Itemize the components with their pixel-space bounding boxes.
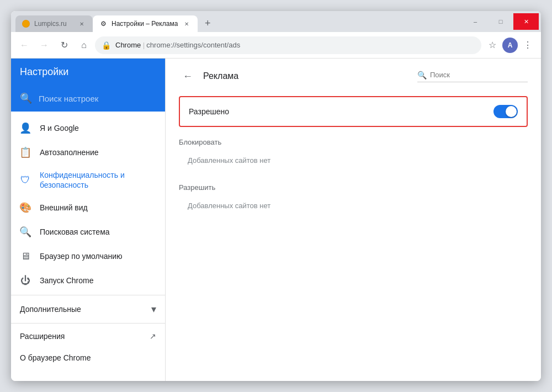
address-actions: ☆ A ⋮: [484, 36, 537, 54]
sidebar-item-search[interactable]: 🔍 Поисковая система: [11, 220, 165, 244]
clipboard-icon: 📋: [20, 147, 31, 158]
tabs-area: Lumpics.ru ✕ ⚙ Настройки – Реклама ✕ +: [11, 15, 460, 32]
sidebar-item-privacy[interactable]: 🛡 Конфиденциальность и безопасность: [11, 165, 165, 195]
ads-toggle[interactable]: [493, 105, 518, 118]
tab-settings[interactable]: ⚙ Настройки – Реклама ✕: [93, 15, 198, 32]
page-back-button[interactable]: ←: [179, 67, 197, 85]
tab-close-lumpics[interactable]: ✕: [77, 19, 86, 28]
nav-label-browser: Браузер по умолчанию: [40, 251, 156, 261]
page-content: ← Реклама 🔍 Разрешено: [166, 59, 541, 237]
window-controls: – □ ✕: [460, 13, 541, 30]
sidebar-item-extensions[interactable]: Расширения ↗: [11, 326, 165, 347]
secure-icon: 🔒: [102, 41, 111, 50]
main-panel: ← Реклама 🔍 Разрешено: [166, 59, 541, 381]
tab-favicon-settings: ⚙: [99, 20, 107, 28]
close-button[interactable]: ✕: [513, 13, 539, 30]
back-nav-button[interactable]: ←: [15, 36, 33, 54]
toggle-row: Разрешено: [180, 97, 527, 126]
sidebar-divider-1: [11, 295, 165, 295]
nav-label-extensions: Расширения: [20, 331, 141, 341]
new-tab-button[interactable]: +: [200, 15, 215, 31]
bookmark-button[interactable]: ☆: [484, 36, 501, 54]
nav-label-search: Поисковая система: [40, 227, 156, 237]
sidebar-search-bar: 🔍: [11, 85, 165, 112]
url-path: chrome://settings/content/ads: [146, 41, 240, 49]
monitor-icon: 🖥: [20, 251, 31, 262]
browser-window: Lumpics.ru ✕ ⚙ Настройки – Реклама ✕ + –…: [11, 11, 541, 381]
nav-label-google: Я и Google: [40, 123, 156, 133]
page-search-icon: 🔍: [417, 71, 427, 80]
palette-icon: 🎨: [20, 202, 31, 213]
url-bar[interactable]: 🔒 Chrome | chrome://settings/content/ads: [95, 36, 481, 54]
page-search-input[interactable]: [430, 71, 523, 79]
reload-button[interactable]: ↻: [55, 36, 73, 54]
sidebar-nav: 👤 Я и Google 📋 Автозаполнение 🛡 Конфиден…: [11, 112, 165, 381]
power-icon: ⏻: [20, 275, 31, 286]
search-icon: 🔍: [20, 92, 32, 104]
tab-favicon-lumpics: [22, 20, 30, 28]
tab-title-settings: Настройки – Реклама: [112, 20, 178, 28]
nav-label-appearance: Внешний вид: [40, 203, 156, 213]
forward-nav-button[interactable]: →: [35, 36, 53, 54]
tab-lumpics[interactable]: Lumpics.ru ✕: [15, 15, 93, 32]
sidebar-header: Настройки: [11, 59, 165, 85]
home-button[interactable]: ⌂: [75, 36, 93, 54]
tab-title-lumpics: Lumpics.ru: [34, 20, 73, 28]
sidebar-item-about[interactable]: О браузере Chrome: [11, 347, 165, 368]
address-bar: ← → ↻ ⌂ 🔒 Chrome | chrome://settings/con…: [11, 32, 541, 59]
sidebar-item-startup[interactable]: ⏻ Запуск Chrome: [11, 268, 165, 293]
tab-close-settings[interactable]: ✕: [182, 19, 191, 28]
search-input[interactable]: [39, 94, 156, 103]
toggle-row-wrapper: Разрешено: [179, 96, 528, 127]
sidebar-item-browser[interactable]: 🖥 Браузер по умолчанию: [11, 244, 165, 268]
sidebar-item-appearance[interactable]: 🎨 Внешний вид: [11, 195, 165, 220]
block-section-empty: Добавленных сайтов нет: [179, 151, 528, 170]
sidebar-title: Настройки: [20, 66, 68, 78]
page-title: Реклама: [203, 71, 411, 81]
title-bar: Lumpics.ru ✕ ⚙ Настройки – Реклама ✕ + –…: [11, 11, 541, 32]
toggle-label: Разрешено: [189, 107, 229, 116]
sidebar-divider-2: [11, 323, 165, 324]
chrome-label: Chrome: [115, 41, 141, 49]
nav-label-startup: Запуск Chrome: [40, 276, 156, 285]
profile-button[interactable]: A: [502, 38, 518, 53]
menu-button[interactable]: ⋮: [519, 36, 537, 54]
toggle-knob: [506, 106, 517, 117]
shield-icon: 🛡: [20, 174, 31, 186]
allow-section-title: Разрешить: [179, 183, 528, 192]
block-section: Блокировать Добавленных сайтов нет: [179, 138, 528, 170]
sidebar-item-google[interactable]: 👤 Я и Google: [11, 116, 165, 140]
allow-section-empty: Добавленных сайтов нет: [179, 196, 528, 215]
sidebar: Настройки 🔍 👤 Я и Google 📋 Автозаполнени…: [11, 59, 166, 381]
person-icon: 👤: [20, 123, 31, 134]
minimize-button[interactable]: –: [463, 13, 488, 30]
search-icon: 🔍: [20, 226, 31, 237]
chevron-down-icon: ▾: [151, 303, 156, 315]
page-search-field[interactable]: 🔍: [417, 71, 528, 82]
nav-label-advanced: Дополнительные: [20, 304, 142, 314]
content-area: Настройки 🔍 👤 Я и Google 📋 Автозаполнени…: [11, 59, 541, 381]
maximize-button[interactable]: □: [488, 13, 513, 30]
nav-label-privacy: Конфиденциальность и безопасность: [40, 170, 156, 190]
sidebar-item-advanced[interactable]: Дополнительные ▾: [11, 298, 165, 321]
browser-label: Chrome | chrome://settings/content/ads: [115, 41, 475, 49]
page-header: ← Реклама 🔍: [179, 67, 528, 85]
sidebar-item-autofill[interactable]: 📋 Автозаполнение: [11, 140, 165, 165]
nav-label-autofill: Автозаполнение: [40, 147, 156, 157]
nav-label-about: О браузере Chrome: [20, 353, 156, 363]
block-section-title: Блокировать: [179, 138, 528, 146]
allow-section: Разрешить Добавленных сайтов нет: [179, 183, 528, 215]
external-link-icon: ↗: [150, 332, 156, 341]
